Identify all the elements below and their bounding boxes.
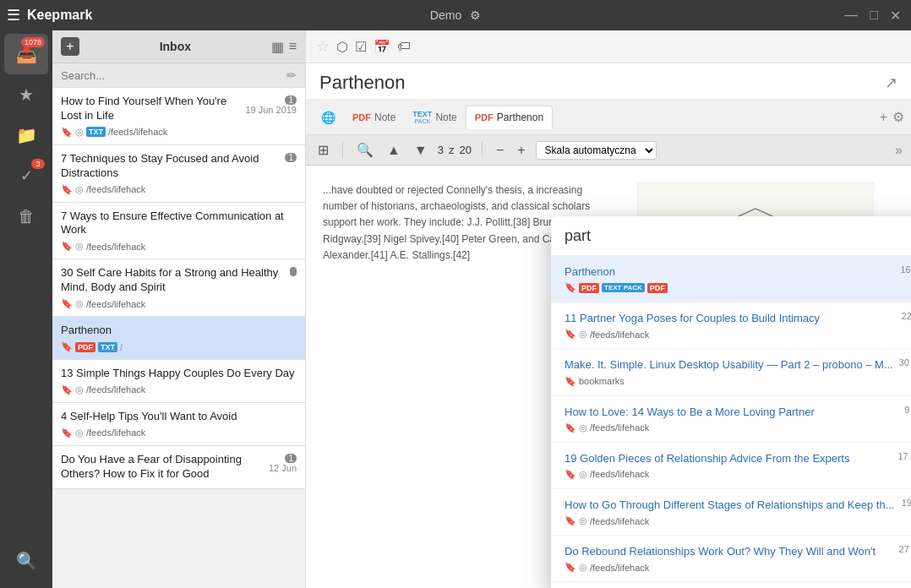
label-button[interactable]: 🏷 bbox=[397, 39, 411, 54]
share-icon[interactable]: ↗ bbox=[885, 74, 897, 92]
search-result-item[interactable]: 19 Golden Pieces of Relationship Advice … bbox=[551, 443, 911, 489]
page-info: 3 z 20 bbox=[438, 144, 472, 156]
page-separator: z bbox=[449, 144, 455, 156]
folder-icon: 📁 bbox=[16, 125, 37, 145]
article-title: 7 Techniques to Stay Focused and Avoid D… bbox=[61, 152, 281, 181]
tab-pdf-note-label: Note bbox=[374, 112, 395, 123]
tab-settings-button[interactable]: ⚙ bbox=[892, 109, 904, 125]
search-result-content: Parthenon 🔖 PDF TEXT PACK PDF bbox=[565, 264, 900, 293]
search-results: Parthenon 🔖 PDF TEXT PACK PDF 16 Jun 201… bbox=[551, 256, 911, 588]
source-label: /feeds/lifehack bbox=[86, 427, 145, 438]
edit-search-icon[interactable]: ✏ bbox=[286, 68, 297, 82]
calendar-button[interactable]: 📅 bbox=[374, 39, 390, 55]
text-pack-icon: TEXT PACK bbox=[412, 111, 432, 124]
article-title: 30 Self Care Habits for a Strong and Hea… bbox=[61, 266, 286, 295]
list-item[interactable]: Parthenon 🔖 PDF TXT / bbox=[52, 317, 305, 360]
article-title: 7 Ways to Ensure Effective Communication… bbox=[61, 210, 297, 238]
sidebar-item-trash[interactable]: 🗑 bbox=[4, 196, 48, 237]
source-label: /feeds/lifehack bbox=[86, 299, 145, 309]
source-label: /feeds/lifehack bbox=[86, 384, 145, 395]
settings-icon[interactable]: ⚙ bbox=[470, 8, 481, 22]
list-view-button[interactable]: ≡ bbox=[289, 39, 297, 54]
zoom-out-button[interactable]: − bbox=[493, 141, 507, 160]
close-button[interactable]: ✕ bbox=[886, 6, 904, 25]
list-item[interactable]: How to Find Yourself When You're Lost in… bbox=[52, 88, 305, 145]
inbox-badge: 1078 bbox=[21, 37, 45, 47]
rss-icon: ◎ bbox=[579, 515, 587, 526]
rss-icon: ◎ bbox=[579, 422, 587, 433]
sidebar-item-starred[interactable]: ★ bbox=[4, 74, 48, 115]
zoom-select[interactable]: Skala automatyczna bbox=[536, 141, 657, 160]
sidebar-item-inbox[interactable]: 📥 1078 bbox=[4, 34, 48, 74]
search-result-title: Do Rebound Relationships Work Out? Why T… bbox=[565, 544, 899, 559]
search-icon: 🔍 bbox=[16, 551, 37, 571]
list-item[interactable]: 13 Simple Things Happy Couples Do Every … bbox=[52, 360, 305, 403]
titlebar: ☰ Keepmark Demo ⚙ — □ ✕ bbox=[0, 0, 911, 30]
article-count: 1 bbox=[285, 153, 297, 162]
rss-icon: ◎ bbox=[75, 184, 84, 195]
search-result-item[interactable]: How to Find New Growth Opportunity at Wo… bbox=[551, 582, 911, 588]
current-page: 3 bbox=[438, 144, 444, 156]
search-result-item[interactable]: Parthenon 🔖 PDF TEXT PACK PDF 16 Jun 201… bbox=[551, 256, 911, 302]
tag-button[interactable]: ⬡ bbox=[336, 39, 348, 55]
list-item[interactable]: 30 Self Care Habits for a Strong and Hea… bbox=[52, 259, 305, 317]
list-item[interactable]: 7 Ways to Ensure Effective Communication… bbox=[52, 203, 305, 260]
grid-view-button[interactable]: ▦ bbox=[271, 39, 284, 55]
article-date: 19 Jun 2019 bbox=[245, 105, 297, 115]
search-overlay-input[interactable] bbox=[565, 227, 911, 245]
toolbar-separator-2 bbox=[482, 142, 483, 159]
search-result-icons: 🔖 ◎ /feeds/lifehack bbox=[565, 515, 902, 526]
search-result-content: 19 Golden Pieces of Relationship Advice … bbox=[565, 451, 897, 480]
search-result-item[interactable]: Make. It. Simple. Linux Desktop Usabilit… bbox=[551, 349, 911, 395]
globe-icon: 🌐 bbox=[321, 111, 335, 124]
bookmark-icon: 🔖 bbox=[61, 341, 73, 352]
sidebar-item-tasks[interactable]: ✓ 3 bbox=[4, 155, 48, 196]
list-item[interactable]: 4 Self-Help Tips You'll Want to Avoid 🔖 … bbox=[52, 403, 305, 446]
sidebar-item-search[interactable]: 🔍 bbox=[4, 541, 48, 581]
rss-icon: ◎ bbox=[75, 427, 84, 438]
search-result-title: Make. It. Simple. Linux Desktop Usabilit… bbox=[565, 357, 899, 373]
search-result-content: 11 Partner Yoga Poses for Couples to Bui… bbox=[565, 311, 902, 340]
maximize-button[interactable]: □ bbox=[866, 6, 881, 25]
sidebar-item-folders[interactable]: 📁 bbox=[4, 115, 48, 155]
zoom-in-button[interactable]: + bbox=[514, 141, 528, 160]
article-count: 1 bbox=[285, 95, 297, 105]
add-article-button[interactable]: + bbox=[61, 37, 79, 56]
star-button[interactable]: ☆ bbox=[316, 37, 330, 56]
tab-pdf-parthenon[interactable]: PDF Parthenon bbox=[466, 106, 553, 129]
article-list-header: + Inbox ▦ ≡ bbox=[52, 30, 305, 63]
textpack-icon: TEXT PACK bbox=[602, 283, 645, 292]
bookmark-icon: 🔖 bbox=[565, 376, 576, 387]
window-controls: — □ ✕ bbox=[841, 6, 904, 25]
tabs-actions: + ⚙ bbox=[880, 109, 904, 125]
more-pages-button[interactable]: » bbox=[895, 143, 903, 158]
main-layout: 📥 1078 ★ 📁 ✓ 3 🗑 🔍 + Inbox ▦ ≡ ✏ bbox=[0, 30, 911, 588]
tab-textpack[interactable]: TEXT PACK Note bbox=[404, 106, 465, 129]
tab-globe[interactable]: 🌐 bbox=[313, 106, 344, 129]
tab-pdf-note[interactable]: PDF Note bbox=[344, 106, 404, 128]
rss-icon: ◎ bbox=[579, 562, 587, 573]
search-result-date: 27 Dec 2018 bbox=[899, 544, 911, 554]
minimize-button[interactable]: — bbox=[841, 6, 861, 25]
menu-icon[interactable]: ☰ bbox=[7, 6, 20, 24]
list-item[interactable]: 7 Techniques to Stay Focused and Avoid D… bbox=[52, 145, 305, 203]
content-title-bar: Parthenon ↗ bbox=[306, 63, 911, 100]
search-result-item[interactable]: Do Rebound Relationships Work Out? Why T… bbox=[551, 536, 911, 582]
search-result-date: 30 Dec 2018 bbox=[899, 357, 911, 368]
search-result-item[interactable]: How to Go Through Different Stages of Re… bbox=[551, 489, 911, 536]
search-result-date: 19 Apr 2019 bbox=[902, 498, 911, 508]
bookmark-icon: 🔖 bbox=[565, 515, 576, 526]
next-page-button[interactable]: ▼ bbox=[411, 141, 431, 160]
search-input[interactable] bbox=[61, 69, 286, 82]
article-date: 12 Jun bbox=[269, 463, 297, 473]
pdf-search-icon[interactable]: 🔍 bbox=[353, 140, 377, 160]
prev-page-button[interactable]: ▲ bbox=[384, 141, 404, 160]
search-result-item[interactable]: How to Love: 14 Ways to Be a More Loving… bbox=[551, 396, 911, 443]
text-icon: TXT bbox=[98, 342, 117, 352]
search-result-item[interactable]: 11 Partner Yoga Poses for Couples to Bui… bbox=[551, 302, 911, 349]
list-item[interactable]: Do You Have a Fear of Disappointing Othe… bbox=[52, 446, 305, 489]
add-tab-button[interactable]: + bbox=[880, 110, 887, 125]
check-button[interactable]: ☑ bbox=[355, 39, 367, 55]
layout-icon[interactable]: ⊞ bbox=[314, 140, 332, 160]
search-result-icons: 🔖 bookmarks bbox=[565, 376, 899, 387]
